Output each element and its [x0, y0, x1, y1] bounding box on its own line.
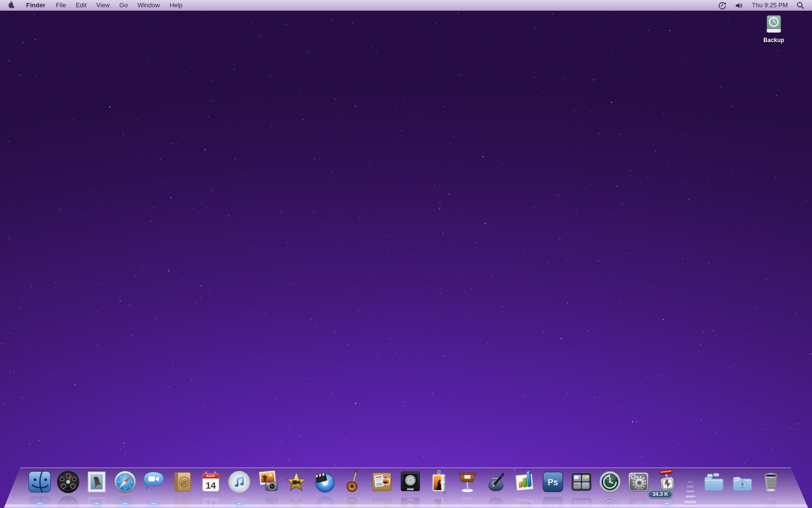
dock-item-imovie[interactable] — [282, 460, 310, 508]
logic-studio-record-icon — [398, 469, 423, 494]
dock-item-dashboard[interactable] — [54, 460, 82, 508]
running-indicator — [92, 502, 101, 505]
svg-text:14: 14 — [205, 480, 216, 491]
iphoto-icon — [255, 469, 280, 494]
svg-text:14: 14 — [205, 499, 216, 508]
dock-item-ical[interactable]: AUG14AUG14 — [196, 460, 225, 508]
dock-item-folderdl[interactable] — [728, 460, 756, 508]
garageband-icon-reflection — [341, 494, 366, 508]
running-indicator — [235, 502, 244, 505]
dock-item-trash[interactable] — [756, 460, 785, 508]
svg-text:ALL ACCESS: ALL ACCESS — [443, 477, 446, 494]
dock-item-itunes[interactable] — [225, 460, 253, 508]
dock-item-mail[interactable] — [82, 460, 111, 508]
dock-item-finder[interactable] — [25, 460, 54, 508]
dashboard-icon — [56, 469, 81, 494]
pages-icon-reflection — [483, 494, 508, 508]
iphoto-icon-reflection — [255, 494, 280, 508]
mail-icon — [84, 469, 109, 494]
ichat-icon-reflection — [141, 494, 166, 508]
idvd-icon — [312, 469, 337, 494]
dock-item-numbers[interactable] — [510, 460, 538, 508]
time-machine-menu-icon[interactable] — [714, 0, 731, 11]
desktop-icon-label: Backup — [755, 37, 793, 44]
dock-item-logicstudio[interactable] — [396, 460, 424, 508]
menu-window[interactable]: Window — [132, 0, 164, 11]
address-book-icon-reflection: @ — [170, 494, 195, 508]
running-indicator — [35, 502, 44, 505]
numbers-icon-reflection — [512, 494, 537, 508]
starfield — [0, 0, 812, 508]
dock-item-iweb[interactable] — [367, 460, 396, 508]
logic-pro-pass-icon-reflection: ALL ACCESS — [426, 494, 451, 508]
keynote-icon-reflection — [455, 494, 480, 508]
numbers-icon — [512, 469, 537, 494]
svg-text:Ps: Ps — [548, 478, 558, 487]
itunes-icon-reflection — [227, 494, 252, 508]
menu-view[interactable]: View — [91, 0, 115, 11]
documents-stack-icon-reflection — [701, 494, 726, 508]
garageband-icon — [341, 469, 366, 494]
dashboard-icon-reflection — [56, 494, 81, 508]
spaces-icon — [569, 469, 594, 494]
spotlight-menu-icon[interactable] — [792, 0, 809, 11]
imovie-icon-reflection — [284, 494, 309, 508]
spaces-icon-reflection — [569, 494, 594, 508]
dock-item-speeddownload[interactable]: 34.3 K — [652, 460, 681, 508]
dock-item-addressbook[interactable]: @@ — [168, 460, 196, 508]
logic-pro-pass-icon: ALL ACCESS — [426, 469, 451, 494]
apple-logo-icon — [7, 0, 15, 10]
dock-item-sysprefs[interactable] — [624, 460, 652, 508]
ichat-icon — [141, 469, 166, 494]
dock-item-keynote[interactable] — [453, 460, 481, 508]
dock-item-folderdocs[interactable] — [699, 460, 728, 508]
menu-help[interactable]: Help — [165, 0, 188, 11]
svg-text:Ps: Ps — [548, 502, 558, 508]
safari-icon-reflection — [113, 494, 138, 508]
imovie-icon — [284, 469, 309, 494]
time-machine-icon — [597, 469, 623, 494]
finder-icon — [27, 469, 52, 494]
menu-bar-left: FinderFileEditViewGoWindowHelp — [0, 0, 187, 11]
dock-item-ichat[interactable] — [139, 460, 168, 508]
system-preferences-icon-reflection — [626, 494, 651, 508]
documents-stack-icon — [701, 469, 726, 494]
desktop-icon-backup[interactable]: Backup — [755, 13, 793, 44]
apple-menu[interactable] — [0, 0, 20, 11]
menu-finder[interactable]: Finder — [20, 0, 51, 11]
menu-bar-status: Thu 9:25 PM — [714, 0, 812, 11]
menu-clock[interactable]: Thu 9:25 PM — [748, 0, 792, 11]
dock-item-idvd[interactable] — [310, 460, 339, 508]
menu-edit[interactable]: Edit — [71, 0, 91, 11]
system-preferences-icon — [626, 469, 651, 494]
ical-icon: AUG14 — [198, 469, 223, 494]
dock-items: @@AUG14AUG14ALL ACCESSALL ACCESSPsPs34.3… — [25, 460, 785, 508]
idvd-icon-reflection — [312, 494, 337, 508]
dock-item-iphoto[interactable] — [253, 460, 282, 508]
svg-text:ALL ACCESS: ALL ACCESS — [443, 494, 446, 508]
downloads-folder-icon — [730, 469, 755, 494]
dock-item-safari[interactable] — [111, 460, 139, 508]
iweb-icon-reflection — [369, 494, 394, 508]
menu-file[interactable]: File — [51, 0, 71, 11]
dock-item-timemachine[interactable] — [595, 460, 624, 508]
dock-item-pages[interactable] — [481, 460, 510, 508]
menu-bar: FinderFileEditViewGoWindowHelp Thu 9:25 … — [0, 0, 812, 11]
photoshop-icon-reflection: Ps — [540, 494, 566, 508]
finder-icon-reflection — [27, 494, 52, 508]
dock-item-photoshop[interactable]: PsPs — [538, 460, 567, 508]
menu-go[interactable]: Go — [115, 0, 132, 11]
time-machine-icon-reflection — [597, 494, 623, 508]
download-speed-badge: 34.3 K — [648, 490, 672, 498]
volume-menu-icon[interactable] — [731, 0, 748, 11]
itunes-icon — [227, 469, 252, 494]
dock-item-garageband[interactable] — [339, 460, 367, 508]
dock-item-allaccess[interactable]: ALL ACCESSALL ACCESS — [424, 460, 453, 508]
address-book-icon: @ — [170, 469, 195, 494]
trash-icon — [758, 469, 783, 494]
dock-separator — [681, 460, 699, 508]
pages-icon — [483, 469, 508, 494]
running-indicator — [663, 502, 671, 505]
dock-item-spaces[interactable] — [567, 460, 595, 508]
ical-icon-reflection: AUG14 — [198, 494, 223, 508]
